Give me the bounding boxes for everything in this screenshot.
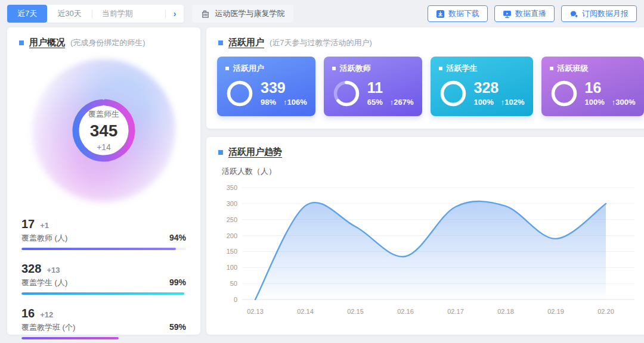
y-tick-label: 200 bbox=[226, 232, 237, 239]
bullet-icon bbox=[19, 40, 24, 45]
card-label: 活跃用户 bbox=[233, 63, 264, 74]
active-kpi-card[interactable]: 活跃学生 328 100% ↑102% bbox=[431, 57, 533, 116]
card-value: 11 bbox=[367, 80, 414, 95]
card-header: 活跃班级 bbox=[550, 63, 636, 74]
tab-current-semester[interactable]: 当前学期 bbox=[92, 5, 165, 23]
metric-value: 328 bbox=[21, 262, 41, 276]
chevron-right-icon[interactable]: › bbox=[166, 9, 184, 18]
button-label: 订阅数据月报 bbox=[582, 8, 628, 19]
gauge-label: 覆盖师生 bbox=[88, 109, 119, 120]
card-percent: 100% bbox=[585, 98, 605, 107]
subscribe-monthly-report-button[interactable]: 订阅数据月报 bbox=[561, 5, 637, 22]
tab-last-30-days[interactable]: 近30天 bbox=[47, 5, 91, 23]
metric-delta: +1 bbox=[40, 221, 49, 230]
metric-percent: 94% bbox=[169, 233, 186, 242]
metric-value: 16 bbox=[21, 307, 35, 320]
dashboard-content: 用户概况 (完成身份绑定的师生) 覆盖师生 345 + bbox=[0, 25, 644, 335]
x-tick-label: 02.18 bbox=[497, 308, 514, 315]
x-tick-label: 02.19 bbox=[547, 308, 564, 315]
metric-delta: +13 bbox=[47, 266, 60, 275]
area-fill bbox=[255, 201, 606, 300]
card-growth: ↑267% bbox=[390, 98, 414, 107]
x-tick-label: 02.14 bbox=[297, 308, 314, 315]
x-tick-label: 02.20 bbox=[597, 308, 614, 315]
card-body: 328 100% ↑102% bbox=[439, 79, 525, 108]
button-label: 数据直播 bbox=[515, 8, 546, 19]
user-overview-panel: 用户概况 (完成身份绑定的师生) 覆盖师生 345 + bbox=[7, 27, 200, 335]
card-body: 16 100% ↑300% bbox=[550, 79, 636, 108]
x-tick-label: 02.17 bbox=[447, 308, 464, 315]
panel-header: 用户概况 (完成身份绑定的师生) bbox=[7, 27, 200, 48]
card-stats: 16 100% ↑300% bbox=[585, 80, 636, 107]
coverage-gauge: 覆盖师生 345 +14 bbox=[32, 59, 175, 202]
screen-icon bbox=[503, 10, 512, 18]
y-tick-label: 350 bbox=[226, 184, 237, 191]
gauge-center: 覆盖师生 345 +14 bbox=[32, 59, 175, 202]
action-buttons: 数据下载 数据直播 订阅数据月报 bbox=[428, 5, 637, 22]
active-users-panel: 活跃用户 (近7天参与过教学活动的用户) 活跃用户 339 98% ↑106% bbox=[206, 27, 644, 129]
bullet-icon bbox=[218, 150, 223, 155]
gauge-delta: +14 bbox=[97, 142, 111, 152]
card-stats: 339 98% ↑106% bbox=[261, 80, 307, 107]
progress-bar-track bbox=[21, 337, 186, 339]
card-label: 活跃教师 bbox=[340, 63, 371, 74]
active-kpi-card[interactable]: 活跃用户 339 98% ↑106% bbox=[217, 57, 315, 116]
panel-title: 活跃用户 bbox=[228, 37, 264, 48]
bullet-icon bbox=[332, 67, 336, 70]
metric-delta: +12 bbox=[40, 310, 53, 319]
metric-top: 17 +1 bbox=[21, 217, 186, 231]
card-percent: 65% bbox=[367, 98, 383, 107]
data-live-button[interactable]: 数据直播 bbox=[494, 5, 555, 22]
download-icon bbox=[436, 10, 445, 18]
metric-label: 覆盖教学班 (个) bbox=[21, 322, 75, 333]
x-tick-label: 02.15 bbox=[347, 308, 364, 315]
panel-title: 活跃用户趋势 bbox=[228, 146, 282, 158]
y-tick-label: 300 bbox=[226, 200, 237, 207]
progress-bar-fill bbox=[21, 337, 119, 339]
topbar: 近7天 近30天 当前学期 › 运动医学与康复学院 数据下载 bbox=[0, 0, 644, 25]
y-tick-label: 100 bbox=[226, 264, 237, 271]
x-tick-label: 02.16 bbox=[397, 308, 414, 315]
coverage-metrics: 17 +1 覆盖教师 (人) 94% 328 +13 覆盖学生 (人) 99% … bbox=[7, 202, 200, 339]
building-icon bbox=[201, 10, 210, 18]
card-label: 活跃学生 bbox=[447, 63, 478, 74]
card-sub: 100% ↑102% bbox=[474, 98, 525, 107]
card-stats: 328 100% ↑102% bbox=[474, 80, 525, 107]
active-kpi-card[interactable]: 活跃教师 11 65% ↑267% bbox=[324, 57, 422, 116]
progress-ring-icon bbox=[225, 79, 254, 108]
chart-y-axis-title: 活跃人数（人） bbox=[206, 158, 644, 177]
active-user-cards: 活跃用户 339 98% ↑106% 活跃教师 bbox=[206, 48, 644, 116]
metric-mid: 覆盖教师 (人) 94% bbox=[21, 233, 186, 244]
progress-bar-fill bbox=[21, 292, 184, 295]
metric-percent: 99% bbox=[169, 277, 186, 287]
panel-header: 活跃用户 (近7天参与过教学活动的用户) bbox=[206, 27, 644, 48]
card-body: 11 65% ↑267% bbox=[332, 79, 414, 108]
chat-icon bbox=[569, 10, 578, 18]
bullet-icon bbox=[218, 40, 223, 45]
panel-note: (近7天参与过教学活动的用户) bbox=[270, 38, 372, 48]
card-growth: ↑102% bbox=[501, 98, 525, 107]
progress-ring-icon bbox=[332, 79, 361, 108]
metric-label: 覆盖教师 (人) bbox=[21, 233, 67, 244]
school-selector[interactable]: 运动医学与康复学院 bbox=[192, 5, 293, 23]
card-value: 328 bbox=[474, 80, 525, 95]
bullet-icon bbox=[225, 67, 229, 70]
data-download-button[interactable]: 数据下载 bbox=[428, 5, 488, 22]
active-kpi-card[interactable]: 活跃班级 16 100% ↑300% bbox=[541, 57, 644, 116]
x-tick-label: 02.13 bbox=[247, 308, 264, 315]
tab-last-7-days[interactable]: 近7天 bbox=[7, 5, 47, 23]
y-tick-label: 250 bbox=[226, 216, 237, 223]
coverage-metric-row: 16 +12 覆盖教学班 (个) 59% bbox=[21, 307, 186, 339]
y-tick-label: 50 bbox=[230, 280, 237, 287]
progress-ring-icon bbox=[439, 79, 467, 108]
y-tick-label: 150 bbox=[226, 248, 237, 255]
date-range-tabs: 近7天 近30天 当前学期 › bbox=[7, 5, 184, 23]
coverage-metric-row: 328 +13 覆盖学生 (人) 99% bbox=[21, 262, 186, 295]
card-label: 活跃班级 bbox=[558, 63, 589, 74]
card-body: 339 98% ↑106% bbox=[225, 79, 307, 108]
progress-ring-icon bbox=[550, 79, 578, 108]
progress-bar-track bbox=[21, 292, 186, 295]
metric-percent: 59% bbox=[169, 322, 186, 332]
coverage-metric-row: 17 +1 覆盖教师 (人) 94% bbox=[21, 217, 186, 250]
card-value: 16 bbox=[585, 80, 636, 95]
